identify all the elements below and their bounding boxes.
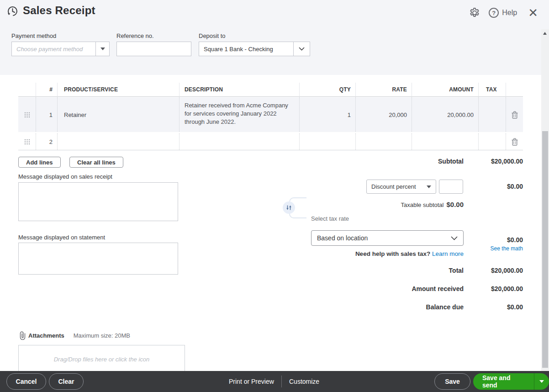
help-button[interactable]: ? Help [489, 8, 517, 18]
drag-handle-icon[interactable] [18, 97, 36, 132]
qty-cell[interactable] [299, 133, 355, 150]
reference-no-label: Reference no. [116, 32, 154, 39]
attachments-label: Attachments [28, 332, 64, 339]
gear-icon[interactable] [469, 7, 480, 19]
scrollbar-thumb[interactable] [542, 131, 548, 368]
title-bar: Sales Receipt ? Help ✕ [0, 0, 549, 26]
product-cell[interactable]: Retainer [57, 97, 179, 132]
payment-method-label: Payment method [11, 32, 56, 39]
subtotal-value: $20,000.00 [450, 158, 523, 165]
sales-receipt-modal: Sales Receipt ? Help ✕ Payment method Re… [0, 0, 549, 392]
customize-button[interactable]: Customize [289, 371, 319, 392]
message-statement-label: Message displayed on statement [18, 234, 105, 241]
taxable-subtotal-line: Taxable subtotal$0.00 [281, 201, 464, 208]
rate-cell[interactable] [355, 133, 412, 150]
save-and-send-dropdown[interactable] [534, 373, 549, 390]
chevron-down-icon [299, 47, 305, 51]
titlebar-actions: ? Help ✕ [469, 0, 538, 26]
total-value: $20,000.00 [450, 267, 523, 274]
deposit-to-select[interactable]: Square 1 Bank - Checking [199, 42, 310, 56]
trash-column-header [506, 83, 523, 96]
qty-cell[interactable]: 1 [299, 97, 355, 132]
col-header-amount: AMOUNT [412, 83, 478, 96]
total-label: Total [317, 267, 464, 274]
product-cell[interactable] [57, 133, 179, 150]
deposit-to-caret[interactable] [293, 42, 310, 56]
taxable-subtotal-label: Taxable subtotal [401, 201, 444, 208]
attachments-max-size: Maximum size: 20MB [74, 332, 130, 339]
attachments-dropzone[interactable]: Drag/Drop files here or click the icon [18, 345, 185, 373]
payment-method-caret[interactable] [95, 42, 109, 56]
col-header-num: # [36, 83, 57, 96]
col-header-qty: QTY [299, 83, 355, 96]
tax-rate-select[interactable]: Based on location [311, 230, 464, 246]
add-lines-button[interactable]: Add lines [18, 157, 61, 168]
swap-order-button[interactable] [283, 201, 295, 214]
caret-down-icon [539, 380, 544, 383]
cancel-button[interactable]: Cancel [6, 373, 46, 390]
trash-icon [512, 138, 518, 146]
rate-cell[interactable]: 20,000 [355, 97, 412, 132]
description-cell[interactable] [179, 133, 299, 150]
col-header-product: PRODUCT/SERVICE [57, 83, 179, 96]
deposit-to-label: Deposit to [199, 32, 226, 39]
reference-no-input[interactable] [116, 42, 191, 56]
tax-cell[interactable] [478, 133, 506, 150]
save-and-send-label: Save and send [473, 374, 534, 389]
scroll-up-arrow[interactable] [543, 32, 547, 35]
see-the-math-link[interactable]: See the math [491, 245, 523, 252]
amount-cell[interactable]: 20,000.00 [412, 97, 478, 132]
tax-rate-value: Based on location [317, 234, 368, 242]
clear-button[interactable]: Clear [49, 373, 84, 390]
payment-method-select[interactable] [11, 42, 110, 56]
caret-down-icon [427, 185, 431, 188]
deposit-to-value: Square 1 Bank - Checking [199, 42, 293, 56]
table-row: 2 [18, 133, 523, 150]
message-statement-textarea[interactable] [18, 243, 178, 275]
swap-arrows-icon [286, 205, 292, 211]
delete-row-button[interactable] [506, 97, 523, 132]
discount-type-select[interactable]: Discount percent [366, 180, 436, 194]
tax-cell[interactable] [478, 97, 506, 132]
description-cell[interactable]: Retainer received from Acme Company for … [179, 97, 299, 132]
caret-down-icon [100, 48, 105, 50]
balance-due-label: Balance due [317, 303, 464, 311]
page-title: Sales Receipt [23, 4, 95, 17]
amount-cell[interactable] [412, 133, 478, 150]
message-sales-receipt-textarea[interactable] [18, 182, 178, 221]
drag-column-header [18, 83, 36, 96]
top-section: Sales Receipt ? Help ✕ Payment method Re… [0, 0, 549, 75]
col-header-description: DESCRIPTION [179, 83, 299, 96]
paperclip-icon [20, 331, 26, 340]
row-number: 1 [36, 97, 57, 132]
clear-all-lines-button[interactable]: Clear all lines [69, 157, 123, 168]
delete-row-button[interactable] [506, 133, 523, 150]
tax-help-text: Need help with sales tax? [355, 250, 430, 257]
footer-divider [281, 376, 282, 387]
drag-handle-icon[interactable] [18, 133, 36, 150]
footer-bar: Cancel Clear Print or Preview Customize … [0, 371, 549, 392]
table-row: 1 Retainer Retainer received from Acme C… [18, 97, 523, 132]
attachments-header: Attachments Maximum size: 20MB [20, 331, 130, 340]
tax-amount: $0.00 [450, 236, 523, 244]
amount-received-value: $20,000.00 [450, 285, 523, 292]
close-icon[interactable]: ✕ [528, 7, 538, 19]
trash-icon [512, 111, 518, 119]
col-header-rate: RATE [355, 83, 412, 96]
payment-method-input[interactable] [12, 42, 95, 56]
save-and-send-button[interactable]: Save and send [473, 373, 549, 390]
table-header-row: # PRODUCT/SERVICE DESCRIPTION QTY RATE A… [18, 83, 523, 97]
scrollbar-track[interactable] [541, 29, 549, 371]
message-sales-receipt-label: Message displayed on sales receipt [18, 173, 112, 180]
learn-more-link[interactable]: Learn more [432, 250, 464, 257]
discount-type-value: Discount percent [371, 183, 416, 190]
history-clock-icon [6, 5, 19, 17]
balance-due-value: $0.00 [450, 303, 523, 311]
col-header-tax: TAX [478, 83, 506, 96]
help-icon: ? [489, 8, 499, 18]
save-button[interactable]: Save [434, 373, 470, 390]
print-or-preview-button[interactable]: Print or Preview [229, 371, 274, 392]
amount-received-label: Amount received [317, 285, 464, 292]
row-number: 2 [36, 133, 57, 150]
discount-amount: $0.00 [450, 183, 523, 190]
